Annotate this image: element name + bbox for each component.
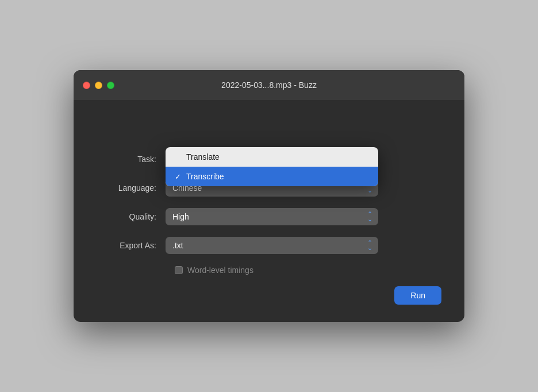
traffic-lights [83, 82, 114, 89]
quality-label: Quality: [97, 212, 166, 221]
export-row: Export As: .txt .srt .vtt [97, 237, 441, 254]
titlebar: 2022-05-03...8.mp3 - Buzz [74, 70, 464, 100]
translate-label: Translate [186, 152, 220, 162]
content-area: Translate ✓ Transcribe Task: Transcribe [74, 100, 464, 322]
quality-select[interactable]: High Medium Low [166, 208, 378, 225]
export-select[interactable]: .txt .srt .vtt [166, 237, 378, 254]
dropdown-item-translate[interactable]: Translate [166, 147, 378, 167]
language-label: Language: [97, 183, 166, 193]
task-section: Translate ✓ Transcribe Task: Transcribe [97, 151, 441, 168]
task-dropdown-popup[interactable]: Translate ✓ Transcribe [166, 147, 378, 186]
translate-check [175, 153, 186, 162]
window-title: 2022-05-03...8.mp3 - Buzz [221, 80, 317, 90]
word-timings-label: Word-level timings [187, 266, 253, 275]
word-timings-checkbox[interactable] [175, 266, 183, 274]
transcribe-label: Transcribe [186, 172, 224, 181]
word-timings-row: Word-level timings [97, 266, 441, 275]
export-select-wrapper: .txt .srt .vtt [166, 237, 378, 254]
run-button[interactable]: Run [394, 286, 441, 305]
minimize-button[interactable] [95, 82, 102, 89]
main-window: 2022-05-03...8.mp3 - Buzz Translate ✓ Tr… [74, 70, 464, 322]
quality-row: Quality: High Medium Low [97, 208, 441, 225]
export-label: Export As: [97, 241, 166, 250]
word-timings-area: Word-level timings [175, 266, 253, 275]
dropdown-item-transcribe[interactable]: ✓ Transcribe [166, 167, 378, 186]
zoom-button[interactable] [107, 82, 114, 89]
run-row: Run [97, 286, 441, 305]
close-button[interactable] [83, 82, 90, 89]
task-label: Task: [97, 155, 166, 164]
quality-select-wrapper: High Medium Low [166, 208, 378, 225]
transcribe-check: ✓ [175, 172, 186, 181]
